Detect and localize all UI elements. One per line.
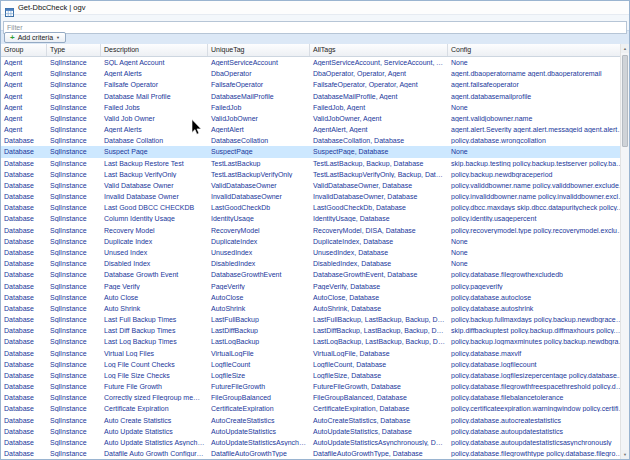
- scroll-down-icon[interactable]: ▼: [621, 450, 629, 459]
- out-gridview-window: Get-DbcCheck | ogv + Add criteria ▼ Grou…: [0, 0, 630, 460]
- table-row[interactable]: DatabaseSqlInstanceRecovery ModelRecover…: [1, 225, 629, 236]
- cell-type: SqlInstance: [47, 394, 101, 401]
- cell-config: policy.backup.newdbgraceperiod: [448, 171, 629, 178]
- cell-group: Database: [1, 193, 47, 200]
- column-header-type[interactable]: Type: [47, 44, 101, 56]
- table-row[interactable]: AgentSqlInstanceAgent AlertsDbaOperatorD…: [1, 68, 629, 79]
- table-row[interactable]: DatabaseSqlInstanceAuto Update Statistic…: [1, 426, 629, 437]
- table-row[interactable]: DatabaseSqlInstanceVirtual Log FilesVirt…: [1, 347, 629, 358]
- cell-group: Database: [1, 249, 47, 256]
- vertical-scrollbar[interactable]: ▲ ▼: [620, 44, 629, 459]
- table-row[interactable]: AgentSqlInstanceAgent AlertsAgentAlertAg…: [1, 124, 629, 135]
- cell-config: None: [448, 260, 629, 267]
- table-header: GroupTypeDescriptionUniqueTagAllTagsConf…: [1, 44, 629, 57]
- scrollbar-track[interactable]: [621, 53, 629, 450]
- cell-uniquetag: LastLogBackup: [208, 338, 310, 345]
- table-row[interactable]: DatabaseSqlInstanceLog File Size ChecksL…: [1, 370, 629, 381]
- table-row[interactable]: DatabaseSqlInstanceAuto ShrinkAutoShrink…: [1, 303, 629, 314]
- cell-alltags: DatafileAutoGrowthType, Database: [310, 450, 448, 457]
- scroll-up-icon[interactable]: ▲: [621, 44, 629, 53]
- cell-description: Suspect Page: [101, 148, 208, 155]
- table-row[interactable]: DatabaseSqlInstanceDisabled IndexDisable…: [1, 258, 629, 269]
- table-row[interactable]: DatabaseSqlInstanceSuspect PageSuspectPa…: [1, 146, 629, 157]
- cell-config: policy.database.maxvlf: [448, 350, 629, 357]
- cell-group: Database: [1, 160, 47, 167]
- table-row[interactable]: DatabaseSqlInstanceDatafile Auto Growth …: [1, 448, 629, 459]
- cell-group: Database: [1, 148, 47, 155]
- cell-config: policy.database.autoupdatestatisticsasyn…: [448, 439, 629, 446]
- cell-config: policy.database.filegrowthfreespacethres…: [448, 383, 629, 390]
- cell-alltags: AutoCreateStatistics, Database: [310, 417, 448, 424]
- cell-uniquetag: DatabaseCollation: [208, 137, 310, 144]
- add-criteria-button[interactable]: + Add criteria ▼: [4, 32, 66, 43]
- cell-uniquetag: FileGroupBalanced: [208, 394, 310, 401]
- table-row[interactable]: DatabaseSqlInstanceValid Database OwnerV…: [1, 180, 629, 191]
- table-row[interactable]: DatabaseSqlInstanceCorrectly sized Fileg…: [1, 392, 629, 403]
- cell-uniquetag: DisabledIndex: [208, 260, 310, 267]
- cell-uniquetag: FutureFileGrowth: [208, 383, 310, 390]
- table-row[interactable]: DatabaseSqlInstanceLast Full Backup Time…: [1, 314, 629, 325]
- table-row[interactable]: DatabaseSqlInstanceAuto Create Statistic…: [1, 415, 629, 426]
- cell-group: Agent: [1, 115, 47, 122]
- table-row[interactable]: AgentSqlInstanceFailed JobsFailedJobFail…: [1, 102, 629, 113]
- cell-description: Auto Close: [101, 294, 208, 301]
- cell-type: SqlInstance: [47, 350, 101, 357]
- table-row[interactable]: AgentSqlInstanceDatabase Mail ProfileDat…: [1, 91, 629, 102]
- table-row[interactable]: DatabaseSqlInstanceDuplicate IndexDuplic…: [1, 236, 629, 247]
- cell-type: SqlInstance: [47, 316, 101, 323]
- cell-uniquetag: InvalidDatabaseOwner: [208, 193, 310, 200]
- table-row[interactable]: AgentSqlInstanceFailsafe OperatorFailsaf…: [1, 79, 629, 90]
- table-row[interactable]: DatabaseSqlInstanceCertificate Expiratio…: [1, 403, 629, 414]
- cell-uniquetag: ValidJobOwner: [208, 115, 310, 122]
- table-row[interactable]: DatabaseSqlInstanceLog File Count Checks…: [1, 359, 629, 370]
- table-row[interactable]: DatabaseSqlInstanceLast Backup VerifyOnl…: [1, 169, 629, 180]
- table-row[interactable]: DatabaseSqlInstanceLast Good DBCC CHECKD…: [1, 202, 629, 213]
- cell-group: Database: [1, 327, 47, 334]
- column-header-description[interactable]: Description: [101, 44, 208, 56]
- plus-icon: +: [10, 34, 15, 42]
- cell-config: None: [448, 104, 629, 111]
- cell-group: Agent: [1, 126, 47, 133]
- scrollbar-thumb[interactable]: [622, 55, 628, 147]
- table-row[interactable]: DatabaseSqlInstanceLast Log Backup Times…: [1, 336, 629, 347]
- cell-uniquetag: AutoUpdateStatisticsAsynchronously: [208, 439, 310, 446]
- cell-config: policy.backup.logmaxminutes policy.backu…: [448, 338, 629, 345]
- table-row[interactable]: DatabaseSqlInstancePage VerifyPageVerify…: [1, 280, 629, 291]
- column-header-alltags[interactable]: AllTags: [310, 44, 448, 56]
- table-row[interactable]: DatabaseSqlInstanceAuto CloseAutoCloseAu…: [1, 292, 629, 303]
- table-row[interactable]: DatabaseSqlInstanceDatabase Growth Event…: [1, 269, 629, 280]
- cell-group: Database: [1, 182, 47, 189]
- cell-uniquetag: AutoCreateStatistics: [208, 417, 310, 424]
- table-row[interactable]: DatabaseSqlInstanceLast Diff Backup Time…: [1, 325, 629, 336]
- cell-alltags: DatabaseMailProfile, Agent: [310, 93, 448, 100]
- table-row[interactable]: AgentSqlInstanceValid Job OwnerValidJobO…: [1, 113, 629, 124]
- table-row[interactable]: DatabaseSqlInstanceUnused IndexUnusedInd…: [1, 247, 629, 258]
- cell-config: policy.database.filegrowthtype policy.da…: [448, 450, 629, 457]
- cell-config: policy.database.filegrowthexcludedb: [448, 271, 629, 278]
- cell-alltags: FailsafeOperator, Operator, Agent: [310, 81, 448, 88]
- cell-alltags: LastFullBackup, LastBackup, Backup, DISA…: [310, 316, 448, 323]
- cell-uniquetag: LastFullBackup: [208, 316, 310, 323]
- filter-input[interactable]: [3, 21, 627, 34]
- table-row[interactable]: DatabaseSqlInstanceInvalid Database Owne…: [1, 191, 629, 202]
- table-row[interactable]: DatabaseSqlInstanceFuture File GrowthFut…: [1, 381, 629, 392]
- cell-description: Failed Jobs: [101, 104, 208, 111]
- column-header-group[interactable]: Group: [1, 44, 47, 56]
- cell-config: agent.failsafeoperator: [448, 81, 629, 88]
- table-row[interactable]: DatabaseSqlInstanceDatabase CollationDat…: [1, 135, 629, 146]
- table-row[interactable]: DatabaseSqlInstanceLast Backup Restore T…: [1, 158, 629, 169]
- column-header-config[interactable]: Config: [448, 44, 629, 56]
- table-row[interactable]: DatabaseSqlInstanceColumn Identity Usage…: [1, 213, 629, 224]
- column-header-uniquetag[interactable]: UniqueTag: [208, 44, 310, 56]
- table-row[interactable]: DatabaseSqlInstanceAuto Update Statistic…: [1, 437, 629, 448]
- cell-uniquetag: DatabaseGrowthEvent: [208, 271, 310, 278]
- cell-type: SqlInstance: [47, 428, 101, 435]
- cell-description: Auto Create Statistics: [101, 417, 208, 424]
- cell-description: Auto Update Statistics Asynchronously: [101, 439, 208, 446]
- cell-uniquetag: CertificateExpiration: [208, 405, 310, 412]
- cell-description: Last Log Backup Times: [101, 338, 208, 345]
- cell-type: SqlInstance: [47, 93, 101, 100]
- table-row[interactable]: AgentSqlInstanceSQL Agent AccountAgentSe…: [1, 57, 629, 68]
- cell-description: Last Backup Restore Test: [101, 160, 208, 167]
- cell-alltags: DatabaseCollation, Database: [310, 137, 448, 144]
